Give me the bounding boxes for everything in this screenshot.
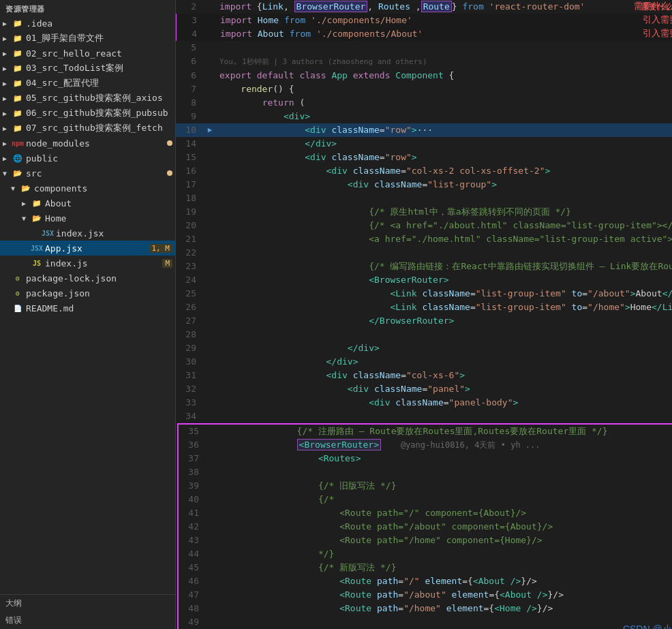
code-line-43: 43 <Route path="/home" component={Home}/… [179, 534, 672, 547]
line-num-2: 2 [176, 0, 203, 14]
code-line-40: 40 {/* [179, 493, 672, 506]
sidebar-item-label: README.md [26, 303, 74, 313]
line-content-22 [217, 246, 672, 260]
sidebar-item-index-jsx[interactable]: ▶ JSX index.jsx [0, 226, 175, 241]
sidebar-item-index-js[interactable]: ▶ JS index.js M [0, 256, 175, 271]
line-gutter-47 [206, 588, 219, 602]
line-content-33: <div className="panel-body"> [217, 396, 672, 410]
code-line-41: 41 <Route path="/" component={About}/> [179, 506, 672, 520]
blame-text: @yang-hui0816, 4天前 • yh ... [381, 440, 540, 450]
sidebar-item-05[interactable]: ▶ 📁 05_src_github搜索案例_axios [0, 91, 175, 106]
sidebar-item-07[interactable]: ▶ 📁 07_src_github搜索案例_fetch [0, 121, 175, 136]
line-num-8: 8 [176, 96, 203, 110]
line-gutter-30 [203, 355, 217, 369]
line-content-26: <Link className="list-group-item" to="/h… [217, 301, 672, 314]
line-num-37: 37 [179, 452, 206, 465]
md-file-icon: 📄 [12, 303, 23, 313]
code-line-17: 17 <div className="list-group"> [176, 178, 672, 191]
sidebar-item-label: 03_src_TodoList案例 [26, 62, 123, 74]
sidebar-item-label: index.jsx [56, 228, 104, 239]
sidebar-item-label: index.js [45, 258, 88, 269]
code-line-24: 24 <BrowserRouter> [176, 273, 672, 287]
sidebar-item-app-jsx[interactable]: ▶ JSX App.jsx 1, M [0, 241, 175, 256]
line-num-44: 44 [179, 547, 206, 561]
sidebar-item-label: public [26, 153, 58, 164]
line-content-24: <BrowserRouter> [217, 273, 672, 287]
line-content-3: import Home from './components/Home' [217, 14, 672, 27]
public-icon: 🌐 [12, 153, 23, 164]
line-content-34 [217, 410, 672, 423]
outline-label: 大纲 [5, 598, 22, 608]
sidebar-item-home[interactable]: ▼ 📂 Home [0, 211, 175, 226]
code-line-46: 46 <Route path="/" element={<About />}/> [179, 574, 672, 588]
sidebar-item-about[interactable]: ▶ 📁 About [0, 196, 175, 211]
line-num-29: 29 [176, 341, 203, 355]
code-line-18: 18 [176, 191, 672, 205]
line-gutter-44 [206, 547, 219, 561]
line-num-7: 7 [176, 82, 203, 96]
jsx-file-icon: JSX [31, 243, 42, 254]
line-num-40: 40 [179, 493, 206, 506]
line-num-38: 38 [179, 465, 206, 479]
code-line-16: 16 <div className="col-xs-2 col-xs-offse… [176, 164, 672, 178]
line-gutter-25 [203, 287, 217, 301]
line-num-24: 24 [176, 273, 203, 287]
sidebar-item-label: About [45, 198, 72, 209]
folder-open-icon: 📂 [20, 183, 31, 194]
line-num-6b: 6 [176, 69, 203, 82]
line-num-22: 22 [176, 246, 203, 260]
folder-open-icon: 📂 [31, 213, 42, 224]
code-line-3: 3 import Home from './components/Home' [176, 14, 672, 27]
line-num-47: 47 [179, 588, 206, 602]
js-file-icon: JS [31, 258, 42, 269]
line-content-18 [217, 191, 672, 205]
line-gutter-45 [206, 561, 219, 574]
code-line-4: 4 import About from './components/About' [176, 27, 672, 41]
sidebar-item-idea[interactable]: ▶ 📁 .idea [0, 16, 175, 31]
chevron-right-icon: ▶ [3, 140, 12, 147]
line-gutter-38 [206, 465, 219, 479]
sidebar-item-components[interactable]: ▼ 📂 components [0, 181, 175, 196]
line-num-19: 19 [176, 205, 203, 219]
code-line-2: 2 import {Link, BrowserRouter, Routes ,R… [176, 0, 672, 14]
line-gutter-4 [204, 27, 217, 41]
line-num-46: 46 [179, 574, 206, 588]
line-gutter-31 [203, 369, 217, 382]
line-gutter-15 [203, 151, 217, 164]
sidebar-item-06[interactable]: ▶ 📁 06_src_github搜索案例_pubsub [0, 106, 175, 121]
code-line-26: 26 <Link className="list-group-item" to=… [176, 301, 672, 314]
sidebar-item-04[interactable]: ▶ 📁 04_src_配置代理 [0, 76, 175, 91]
sidebar-item-label: Home [45, 213, 66, 224]
folder-icon: 📁 [12, 123, 23, 134]
line-num-33: 33 [176, 396, 203, 410]
chevron-right-icon: ▶ [22, 200, 31, 207]
sidebar-item-02[interactable]: ▶ 📁 02_src_hello_react [0, 46, 175, 61]
code-line-5: 5 [176, 41, 672, 55]
line-content-4: import About from './components/About' [217, 27, 672, 41]
line-num-6: 6 [176, 55, 203, 69]
folder-icon: 📁 [12, 63, 23, 74]
code-line-6: 6 You, 1秒钟前 | 3 authors (zhaosheng and o… [176, 55, 672, 69]
sidebar-item-label: package.json [26, 288, 90, 298]
code-lines: 2 import {Link, BrowserRouter, Routes ,R… [176, 0, 672, 629]
code-line-28: 28 [176, 328, 672, 341]
code-line-23: 23 {/* 编写路由链接：在React中靠路由链接实现切换组件 — Link要… [176, 260, 672, 273]
sidebar-item-package-json[interactable]: ▶ ⚙ package.json [0, 286, 175, 301]
sidebar-item-readme[interactable]: ▶ 📄 README.md [0, 301, 175, 316]
sidebar-item-01[interactable]: ▶ 📁 01_脚手架自带文件 [0, 31, 175, 46]
sidebar-item-node-modules[interactable]: ▶ npm node_modules [0, 136, 175, 151]
line-num-48: 48 [179, 602, 206, 615]
code-line-33: 33 <div className="panel-body"> [176, 396, 672, 410]
line-content-35: {/* 注册路由 — Route要放在Routes里面,Routes要放在Rou… [219, 425, 672, 438]
sidebar-item-public[interactable]: ▶ 🌐 public [0, 151, 175, 166]
line-content-30: </div> [217, 355, 672, 369]
sidebar-item-package-lock[interactable]: ▶ ⚙ package-lock.json [0, 271, 175, 286]
line-gutter-41 [206, 506, 219, 520]
sidebar-item-src[interactable]: ▼ 📂 src [0, 166, 175, 181]
chevron-right-icon: ▶ [3, 50, 12, 57]
code-line-44: 44 */} [179, 547, 672, 561]
sidebar-item-03[interactable]: ▶ 📁 03_src_TodoList案例 [0, 61, 175, 76]
line-content-20: {/* <a href="./about.html" className="li… [217, 219, 672, 232]
chevron-right-icon: ▶ [3, 110, 12, 117]
code-line-22: 22 [176, 246, 672, 260]
